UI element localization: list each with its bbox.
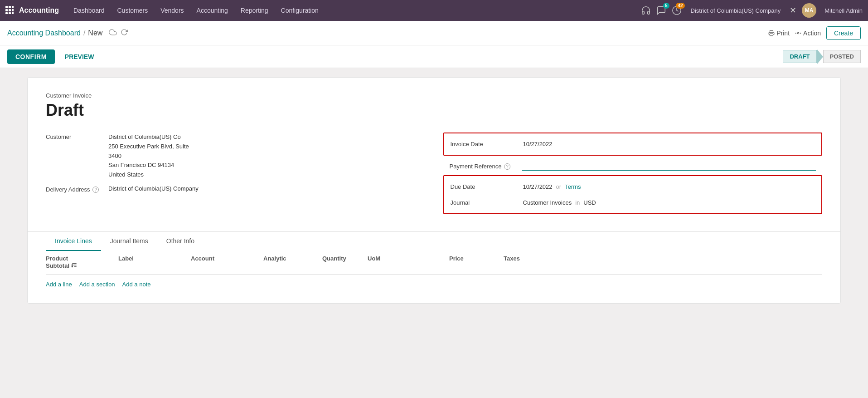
payment-ref-value[interactable] bbox=[522, 162, 816, 171]
svg-point-11 bbox=[797, 32, 799, 34]
breadcrumb-sep: / bbox=[83, 29, 85, 37]
step-label-posted: POSTED bbox=[823, 50, 861, 63]
svg-rect-8 bbox=[12, 12, 14, 14]
col-subtotal: Subtotal bbox=[46, 262, 118, 270]
nav-vendors[interactable]: Vendors bbox=[155, 5, 189, 16]
payment-ref-row: Payment Reference ? bbox=[443, 160, 823, 175]
status-posted: POSTED bbox=[823, 49, 861, 64]
status-draft: DRAFT bbox=[783, 49, 823, 64]
customer-addr1: 250 Executive Park Blvd, Suite bbox=[108, 142, 189, 152]
table-headers: Product Label Account Analytic Quantity … bbox=[46, 251, 822, 275]
col-analytic: Analytic bbox=[263, 255, 322, 262]
journal-label: Journal bbox=[451, 199, 523, 206]
activity-icon[interactable]: 42 bbox=[672, 5, 682, 15]
invoice-date-label: Invoice Date bbox=[451, 141, 523, 147]
invoice-type-label: Customer Invoice bbox=[46, 92, 822, 99]
col-uom: UoM bbox=[368, 255, 404, 262]
svg-rect-0 bbox=[5, 6, 8, 8]
col-spacer bbox=[404, 255, 449, 262]
customer-label: Customer bbox=[46, 133, 105, 140]
due-date-row: Due Date 10/27/2022 or Terms bbox=[451, 181, 815, 193]
svg-rect-2 bbox=[12, 6, 14, 8]
cloud-icon[interactable] bbox=[109, 28, 117, 38]
svg-point-13 bbox=[800, 33, 801, 33]
nav-accounting[interactable]: Accounting bbox=[191, 5, 233, 16]
invoice-lines-table: Product Label Account Analytic Quantity … bbox=[46, 251, 822, 303]
avatar: MA bbox=[802, 3, 816, 18]
payment-ref-help-icon[interactable]: ? bbox=[504, 163, 510, 170]
nav-reporting[interactable]: Reporting bbox=[235, 5, 274, 16]
chat-icon[interactable]: 5 bbox=[656, 5, 666, 15]
delivery-address-value: District of Columbia(US) Company bbox=[108, 185, 199, 192]
left-form-section: Customer District of Columbia(US) Co 250… bbox=[46, 133, 425, 219]
print-button[interactable]: Print bbox=[768, 29, 790, 37]
col-price: Price bbox=[449, 255, 504, 262]
svg-rect-7 bbox=[9, 12, 11, 14]
due-date-journal-box: Due Date 10/27/2022 or Terms Journal Cus… bbox=[443, 175, 823, 214]
customer-addr3: San Francisco DC 94134 bbox=[108, 161, 189, 170]
due-date-value-row: 10/27/2022 or Terms bbox=[523, 183, 581, 190]
tabs-bar: Invoice Lines Journal Items Other Info bbox=[28, 231, 840, 251]
create-button[interactable]: Create bbox=[826, 26, 861, 40]
add-section-link[interactable]: Add a section bbox=[79, 281, 115, 288]
svg-rect-10 bbox=[770, 34, 773, 36]
close-icon[interactable]: ✕ bbox=[790, 5, 796, 15]
svg-rect-6 bbox=[5, 12, 8, 14]
journal-currency: USD bbox=[583, 199, 596, 206]
breadcrumb-parent[interactable]: Accounting Dashboard bbox=[7, 29, 81, 37]
delivery-field-row: Delivery Address ? District of Columbia(… bbox=[46, 185, 425, 193]
tab-journal-items[interactable]: Journal Items bbox=[101, 232, 157, 251]
svg-rect-1 bbox=[9, 6, 11, 8]
adjust-icon[interactable] bbox=[71, 262, 78, 270]
company-name: District of Columbia(US) Company bbox=[691, 7, 781, 14]
delivery-label: Delivery Address ? bbox=[46, 185, 105, 193]
col-account: Account bbox=[191, 255, 263, 262]
due-date-value[interactable]: 10/27/2022 bbox=[523, 183, 553, 190]
delivery-help-icon[interactable]: ? bbox=[92, 187, 99, 193]
step-label-draft: DRAFT bbox=[783, 50, 816, 63]
due-date-label: Due Date bbox=[451, 183, 523, 190]
invoice-card: Customer Invoice Draft Customer District… bbox=[27, 77, 841, 304]
customer-addr4: United States bbox=[108, 170, 189, 180]
svg-rect-5 bbox=[12, 9, 14, 11]
form-grid: Customer District of Columbia(US) Co 250… bbox=[46, 133, 822, 219]
tab-other-info[interactable]: Other Info bbox=[157, 232, 204, 251]
invoice-status-title: Draft bbox=[46, 101, 822, 120]
preview-button[interactable]: PREVIEW bbox=[58, 49, 101, 64]
col-spacer2 bbox=[567, 255, 585, 262]
payment-ref-label: Payment Reference ? bbox=[450, 163, 522, 170]
action-button[interactable]: Action bbox=[795, 29, 821, 37]
svg-point-17 bbox=[72, 265, 73, 265]
svg-point-12 bbox=[795, 33, 796, 33]
col-taxes: Taxes bbox=[504, 255, 567, 262]
journal-value-row: Customer Invoices in USD bbox=[523, 199, 596, 206]
confirm-button[interactable]: CONFIRM bbox=[7, 49, 55, 64]
journal-row: Journal Customer Invoices in USD bbox=[451, 197, 815, 209]
status-steps: DRAFT POSTED bbox=[783, 49, 861, 64]
svg-rect-3 bbox=[5, 9, 8, 11]
customer-addr2: 3400 bbox=[108, 152, 189, 161]
breadcrumb: Accounting Dashboard / New bbox=[7, 28, 768, 38]
col-product: Product bbox=[46, 255, 118, 262]
invoice-date-value[interactable]: 10/27/2022 bbox=[523, 141, 815, 147]
journal-value[interactable]: Customer Invoices bbox=[523, 199, 572, 206]
action-bar: CONFIRM PREVIEW DRAFT POSTED bbox=[0, 45, 868, 68]
nav-customers[interactable]: Customers bbox=[112, 5, 154, 16]
nav-configuration[interactable]: Configuration bbox=[276, 5, 324, 16]
refresh-icon[interactable] bbox=[121, 29, 128, 37]
add-note-link[interactable]: Add a note bbox=[122, 281, 151, 288]
journal-in: in bbox=[575, 199, 580, 206]
table-actions: Add a line Add a section Add a note bbox=[46, 275, 822, 294]
headset-icon[interactable] bbox=[641, 5, 651, 15]
breadcrumb-icons bbox=[109, 28, 128, 38]
col-quantity: Quantity bbox=[322, 255, 368, 262]
tab-invoice-lines[interactable]: Invoice Lines bbox=[46, 232, 101, 251]
breadcrumb-current: New bbox=[88, 29, 102, 37]
step-arrow-draft bbox=[817, 49, 823, 64]
nav-dashboard[interactable]: Dashboard bbox=[68, 5, 110, 16]
due-terms[interactable]: Terms bbox=[565, 183, 581, 190]
add-line-link[interactable]: Add a line bbox=[46, 281, 72, 288]
invoice-date-box: Invoice Date 10/27/2022 bbox=[443, 133, 823, 156]
customer-name: District of Columbia(US) Co bbox=[108, 133, 189, 142]
grid-icon[interactable] bbox=[5, 6, 14, 15]
